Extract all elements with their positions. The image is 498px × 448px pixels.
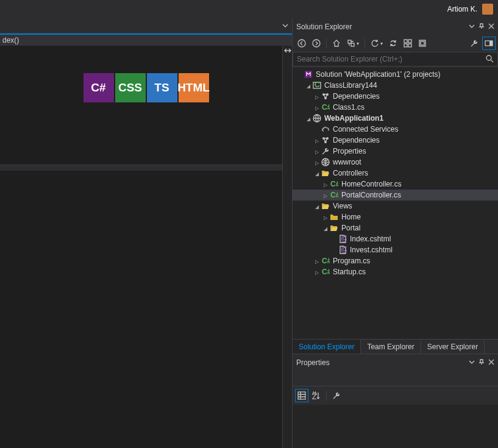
scope-button[interactable] — [344, 37, 358, 50]
tab-server-explorer[interactable]: Server Explorer — [421, 340, 485, 354]
node-solution[interactable]: Solution 'WebApplication1' (2 projects) — [293, 69, 498, 80]
node-controllers[interactable]: Controllers — [293, 168, 498, 179]
refresh-button[interactable] — [368, 37, 382, 50]
forward-button[interactable] — [310, 37, 323, 50]
search-icon[interactable] — [485, 54, 494, 65]
expand-icon[interactable] — [322, 192, 329, 199]
wrench-icon — [321, 146, 330, 156]
alphabetical-button[interactable] — [310, 389, 323, 402]
expand-icon[interactable] — [313, 170, 321, 177]
node-webapplication[interactable]: WebApplication1 — [293, 113, 498, 124]
properties-title-bar: Properties — [293, 354, 498, 371]
tile-html: HTML — [179, 73, 209, 102]
editor-body[interactable]: C# CSS TS HTML — [0, 46, 292, 448]
dependencies-icon — [321, 135, 330, 145]
node-views[interactable]: Views — [293, 201, 498, 212]
tab-team-explorer[interactable]: Team Explorer — [361, 340, 421, 354]
node-portalcontroller[interactable]: PortalController.cs — [293, 190, 498, 201]
node-wwwroot[interactable]: wwwroot — [293, 157, 498, 168]
node-connected-services[interactable]: Connected Services — [293, 124, 498, 135]
editor-splitter[interactable] — [0, 165, 282, 171]
expand-icon[interactable] — [313, 258, 321, 265]
solution-explorer-toolbar: ▾ ▾ — [293, 35, 498, 52]
pin-icon[interactable] — [478, 23, 485, 31]
editor-breadcrumb-bar[interactable]: dex() — [0, 34, 292, 46]
search-input[interactable] — [297, 55, 485, 63]
properties-button[interactable] — [468, 37, 481, 50]
properties-toolbar — [293, 386, 498, 405]
node-homecontroller[interactable]: HomeController.cs — [293, 179, 498, 190]
breadcrumb-text: dex() — [2, 36, 19, 44]
home-button[interactable] — [330, 37, 343, 50]
globe-icon — [321, 157, 330, 167]
solution-icon — [304, 69, 313, 79]
show-all-files-button[interactable] — [416, 37, 429, 50]
node-properties[interactable]: Properties — [293, 146, 498, 157]
split-handle-icon[interactable] — [283, 46, 292, 55]
expand-icon[interactable] — [313, 159, 321, 166]
properties-object-strip[interactable] — [293, 371, 498, 386]
collapse-all-button[interactable] — [401, 37, 414, 50]
node-classlibrary[interactable]: ClassLibrary144 — [293, 80, 498, 91]
expand-icon[interactable] — [313, 269, 321, 276]
editor-right-gutter — [282, 46, 292, 448]
expand-icon[interactable] — [313, 148, 321, 155]
cs-file-icon — [321, 267, 330, 277]
close-icon[interactable] — [488, 23, 494, 31]
properties-title: Properties — [296, 358, 330, 367]
webproj-icon — [312, 113, 322, 123]
categorized-button[interactable] — [295, 389, 308, 402]
cshtml-file-icon — [338, 234, 347, 244]
language-tiles: C# CSS TS HTML — [84, 73, 209, 102]
expand-icon[interactable] — [313, 93, 321, 100]
node-program[interactable]: Program.cs — [293, 255, 498, 266]
editor-tabstrip — [0, 18, 292, 34]
expand-icon[interactable] — [313, 104, 321, 111]
avatar[interactable] — [482, 4, 493, 15]
tab-overflow-dropdown[interactable] — [282, 22, 288, 30]
tab-solution-explorer[interactable]: Solution Explorer — [293, 340, 361, 354]
node-startup[interactable]: Startup.cs — [293, 266, 498, 277]
expand-icon[interactable] — [313, 137, 321, 144]
node-class1[interactable]: Class1.cs — [293, 102, 498, 113]
editor-panel: dex() C# CSS TS HTML — [0, 18, 293, 448]
refresh-dropdown-icon[interactable]: ▾ — [380, 41, 383, 46]
panel-position-dropdown-icon[interactable] — [469, 358, 475, 367]
scope-dropdown-icon[interactable]: ▾ — [357, 41, 359, 46]
solution-explorer-tree[interactable]: Solution 'WebApplication1' (2 projects) … — [293, 68, 498, 339]
tile-css: CSS — [115, 73, 146, 102]
csproj-icon — [312, 80, 322, 90]
folder-open-icon — [321, 168, 330, 178]
connected-services-icon — [321, 124, 330, 134]
cshtml-file-icon — [338, 245, 347, 255]
expand-icon[interactable] — [322, 214, 329, 221]
tile-csharp: C# — [84, 73, 114, 102]
dependencies-icon — [321, 91, 330, 101]
folder-open-icon — [321, 201, 330, 211]
cs-file-icon — [321, 102, 330, 112]
node-lib-dependencies[interactable]: Dependencies — [293, 91, 498, 102]
property-pages-button[interactable] — [330, 389, 343, 402]
solution-explorer-search[interactable] — [293, 52, 498, 66]
close-icon[interactable] — [488, 358, 494, 367]
expand-icon[interactable] — [322, 225, 329, 232]
cs-file-icon — [329, 190, 339, 200]
expand-icon[interactable] — [305, 115, 312, 122]
tile-ts: TS — [147, 73, 177, 102]
expand-icon[interactable] — [313, 203, 321, 210]
node-index-cshtml[interactable]: Index.cshtml — [293, 233, 498, 244]
back-button[interactable] — [295, 37, 308, 50]
solution-explorer-title: Solution Explorer — [296, 23, 352, 31]
node-views-portal[interactable]: Portal — [293, 222, 498, 233]
node-invest-cshtml[interactable]: Invest.cshtml — [293, 244, 498, 255]
sync-button[interactable] — [386, 37, 400, 50]
pin-icon[interactable] — [478, 358, 485, 367]
node-app-dependencies[interactable]: Dependencies — [293, 135, 498, 146]
node-views-home[interactable]: Home — [293, 212, 498, 222]
solution-explorer-tabs: Solution Explorer Team Explorer Server E… — [293, 339, 498, 354]
panel-position-dropdown-icon[interactable] — [469, 23, 475, 31]
properties-body — [293, 405, 498, 448]
preview-selected-button[interactable] — [482, 37, 496, 50]
expand-icon[interactable] — [305, 82, 312, 89]
expand-icon[interactable] — [322, 181, 329, 188]
